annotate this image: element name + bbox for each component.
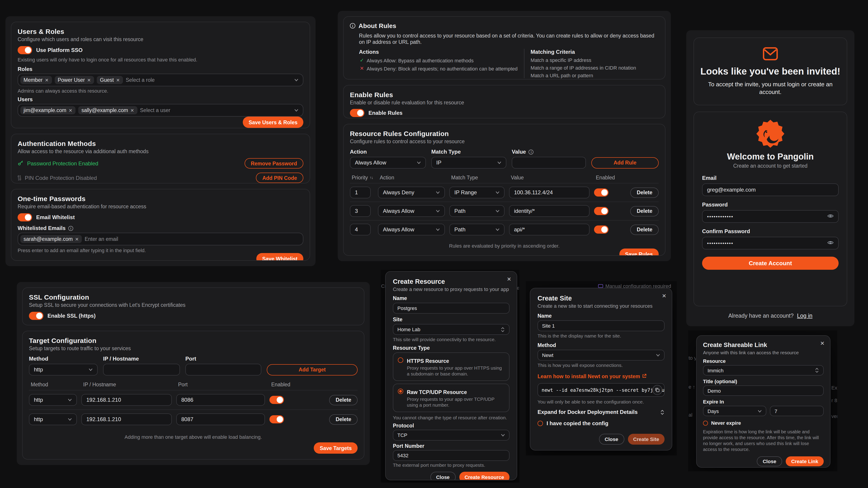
https-resource-option[interactable]: HTTPS Resource Proxy requests to your ap… [393,352,509,381]
target-port-input[interactable] [185,364,261,376]
add-target-button[interactable]: Add Target [267,364,358,375]
row-value-input[interactable]: api/* [509,224,590,235]
ip-hostname-label: IP / Hostname [103,356,180,362]
email-field[interactable]: greg@example.com [702,184,839,196]
email-whitelist-toggle[interactable] [18,213,32,221]
save-whitelist-button[interactable]: Save Whitelist [256,253,303,261]
row-value-input[interactable]: identity/* [509,205,590,217]
close-button[interactable]: Close [757,456,782,466]
target-enabled-toggle[interactable] [270,396,284,404]
save-rules-button[interactable]: Save Rules [619,249,659,256]
close-icon[interactable]: ✕ [820,340,825,347]
target-enabled-toggle[interactable] [270,415,284,423]
title-optional-label: Title (optional) [703,379,824,384]
delete-rule-button[interactable]: Delete [630,206,659,216]
newt-command-box[interactable]: newt --id ea7esnw28kj2tpn --secret by7jf… [537,383,664,397]
rule-match-select[interactable]: IP [431,157,506,168]
create-resource-button[interactable]: Create Resource [459,472,509,480]
log-in-link[interactable]: Log in [797,313,812,319]
priority-input[interactable]: 1 [350,187,371,198]
remove-chip-icon[interactable]: ✕ [87,77,91,83]
row-value-input[interactable]: 100.36.112.4/24 [509,187,590,198]
priority-input[interactable]: 3 [350,205,371,217]
create-site-button[interactable]: Create Site [628,434,664,445]
users-multiselect[interactable]: jim@example.com✕ sally@example.com✕ Sele… [18,104,303,117]
allow-action-text: Always Allow: Bypass all authentication … [367,58,473,63]
protocol-select[interactable]: TCP [393,430,509,441]
remove-chip-icon[interactable]: ✕ [69,108,72,113]
delete-rule-button[interactable]: Delete [630,224,659,235]
platform-sso-toggle[interactable] [18,46,32,54]
delete-target-button[interactable]: Delete [329,414,358,424]
row-port-input[interactable]: 8086 [176,394,265,406]
remove-password-button[interactable]: Remove Password [244,158,303,168]
row-method-select[interactable]: http [29,394,77,406]
roles-placeholder: Select a role [126,77,155,83]
chevron-updown-icon[interactable] [660,410,664,415]
confirm-password-field[interactable]: •••••••••••• [702,237,839,250]
remove-chip-icon[interactable]: ✕ [130,108,134,113]
remove-chip-icon[interactable]: ✕ [116,77,120,83]
resource-name-input[interactable]: Postgres [393,303,509,314]
priority-input[interactable]: 4 [350,224,371,235]
site-select[interactable]: Home Lab [393,324,509,335]
rule-enabled-toggle[interactable] [594,225,609,234]
add-rule-button[interactable]: Add Rule [591,157,659,168]
site-name-input[interactable]: Site 1 [537,320,664,331]
roles-multiselect[interactable]: Member✕ Power User✕ Guest✕ Select a role [18,74,303,86]
copy-icon[interactable] [652,385,662,395]
row-match-select[interactable]: Path [450,224,504,235]
ssl-targets-panel: SSL Configuration Setup SSL to secure yo… [17,282,370,465]
key-icon [18,159,24,167]
rule-enabled-toggle[interactable] [594,207,609,215]
expire-unit-select[interactable]: Days [703,406,766,416]
expire-value-input[interactable]: 7 [770,406,824,416]
port-number-input[interactable]: 5432 [393,450,509,461]
save-targets-button[interactable]: Save Targets [314,442,358,454]
priority-header[interactable]: Priority↑↓ [352,175,375,180]
copied-config-radio[interactable] [537,421,543,426]
close-icon[interactable]: ✕ [662,293,666,299]
target-ip-input[interactable] [103,364,180,376]
save-users-roles-button[interactable]: Save Users & Roles [243,117,303,128]
otp-title: One-time Passwords [18,195,303,202]
rule-enabled-toggle[interactable] [594,188,609,197]
delete-target-button[interactable]: Delete [329,395,358,405]
never-expire-radio[interactable] [703,420,708,425]
row-action-select[interactable]: Always Allow [378,224,445,235]
close-icon[interactable]: ✕ [507,276,511,283]
row-port-input[interactable]: 8087 [176,414,265,425]
create-resource-subtitle: Create a new resource to proxy requests … [393,287,509,292]
whitelist-email-input[interactable]: sarah@example.com✕ Enter an email [18,233,303,246]
create-link-button[interactable]: Create Link [786,456,824,466]
resource-select[interactable]: Immich [703,365,824,376]
remove-chip-icon[interactable]: ✕ [45,77,49,83]
eye-icon[interactable] [827,240,834,246]
row-ip-input[interactable]: 192.168.1.210 [81,394,172,406]
row-method-select[interactable]: http [29,414,77,425]
row-action-select[interactable]: Always Allow [378,205,445,217]
install-newt-link[interactable]: Learn how to install Newt on your system [537,374,647,379]
remove-chip-icon[interactable]: ✕ [75,236,79,241]
eye-icon[interactable] [827,213,834,220]
close-button[interactable]: Close [599,434,624,445]
docker-expand-label[interactable]: Expand for Docker Deployment Details [537,409,638,415]
raw-resource-option[interactable]: Raw TCP/UDP Resource Proxy requests to y… [393,384,509,412]
rule-action-select[interactable]: Always Allow [350,157,426,168]
password-field[interactable]: •••••••••••• [702,210,839,223]
close-button[interactable]: Close [430,472,456,480]
target-method-select[interactable]: http [29,364,98,376]
enable-ssl-toggle[interactable] [29,312,43,320]
create-account-button[interactable]: Create Account [702,257,839,270]
add-pin-code-button[interactable]: Add PIN Code [256,173,303,183]
method-select[interactable]: Newt [537,350,664,361]
link-title-input[interactable]: Demo [703,385,824,396]
never-expire-label: Never expire [711,420,741,426]
delete-rule-button[interactable]: Delete [630,187,659,198]
row-action-select[interactable]: Always Deny [378,187,445,198]
rule-value-input[interactable] [512,157,586,168]
row-ip-input[interactable]: 192.168.1.210 [81,414,172,425]
row-match-select[interactable]: Path [450,205,504,217]
enable-rules-toggle[interactable] [350,109,364,117]
row-match-select[interactable]: IP Range [450,187,504,198]
